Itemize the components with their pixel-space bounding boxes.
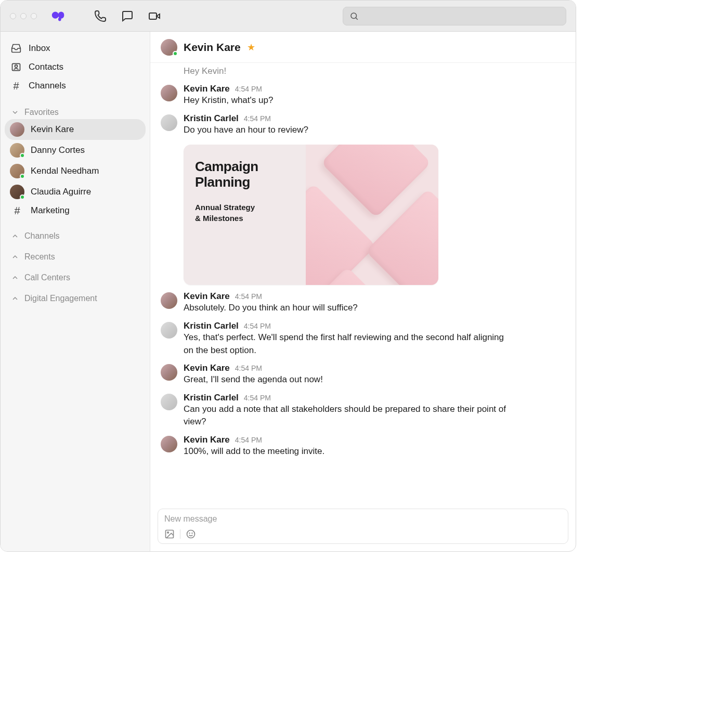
section-recents[interactable]: Recents <box>5 247 146 264</box>
avatar <box>10 143 24 158</box>
nav-label: Inbox <box>29 43 50 54</box>
favorite-label: Kevin Kare <box>31 124 74 135</box>
traffic-zoom[interactable] <box>31 13 37 19</box>
emoji-icon[interactable] <box>186 529 196 539</box>
message-sender: Kristin Carlel <box>184 321 239 331</box>
window-controls <box>10 13 37 19</box>
composer-tools <box>164 529 562 539</box>
section-digital-engagement[interactable]: Digital Engagement <box>5 289 146 305</box>
chevron-up-icon <box>11 274 19 282</box>
app-window: Inbox Contacts # Channels Favorites Kevi… <box>0 0 576 552</box>
message-composer[interactable] <box>158 509 568 544</box>
attachment-graphic <box>306 145 438 285</box>
message-time: 4:54 PM <box>244 322 271 330</box>
message-sender: Kevin Kare <box>184 84 230 94</box>
svg-point-8 <box>167 532 169 534</box>
presence-indicator <box>20 153 25 158</box>
inbox-icon <box>11 43 21 54</box>
image-icon[interactable] <box>164 529 175 539</box>
message-time: 4:54 PM <box>235 364 262 372</box>
traffic-close[interactable] <box>10 13 16 19</box>
conversation-pane: Kevin Kare ★ Hey Kevin! Kevin Kare4:54 P… <box>150 32 576 551</box>
message-sender: Kristin Carlel <box>184 113 239 124</box>
phone-icon[interactable] <box>94 10 107 22</box>
avatar <box>161 364 177 381</box>
star-icon[interactable]: ★ <box>247 42 255 53</box>
favorite-danny-cortes[interactable]: Danny Cortes <box>5 140 146 161</box>
search-input[interactable] <box>343 7 566 25</box>
app-logo <box>50 8 66 24</box>
favorite-label: Kendal Needham <box>31 166 99 176</box>
top-actions <box>94 10 161 22</box>
video-icon[interactable] <box>148 10 161 22</box>
traffic-minimize[interactable] <box>20 13 27 19</box>
hash-icon: # <box>10 205 24 216</box>
chevron-up-icon <box>11 232 19 240</box>
section-label: Favorites <box>24 108 59 117</box>
sidebar: Inbox Contacts # Channels Favorites Kevi… <box>1 32 150 551</box>
contacts-icon <box>11 62 21 72</box>
svg-point-4 <box>351 13 357 19</box>
message-sender: Kevin Kare <box>184 291 230 302</box>
nav-label: Contacts <box>29 62 63 72</box>
message-time: 4:54 PM <box>244 114 271 123</box>
search-icon <box>349 11 359 21</box>
svg-rect-1 <box>58 11 64 18</box>
chat-icon[interactable] <box>121 10 134 22</box>
avatar <box>161 436 177 452</box>
truncated-message: Hey Kevin! <box>184 66 562 80</box>
message-sender: Kristin Carlel <box>184 393 239 403</box>
message-text: Can you add a note that all stakeholders… <box>184 403 506 429</box>
favorite-kendal-needham[interactable]: Kendal Needham <box>5 161 146 181</box>
section-label: Recents <box>24 252 55 262</box>
section-label: Call Centers <box>24 273 70 282</box>
message-row: Kevin Kare4:54 PMAbsolutely. Do you thin… <box>161 287 562 317</box>
avatar <box>10 185 24 199</box>
conversation-title: Kevin Kare <box>184 41 241 54</box>
message-text: Hey Kristin, what's up? <box>184 94 273 107</box>
favorite-label: Marketing <box>31 205 70 216</box>
avatar <box>10 122 24 137</box>
message-list[interactable]: Hey Kevin! Kevin Kare4:54 PMHey Kristin,… <box>150 63 576 505</box>
nav-channels[interactable]: # Channels <box>5 76 146 95</box>
message-time: 4:54 PM <box>235 436 262 444</box>
svg-point-10 <box>189 533 190 534</box>
avatar <box>161 292 177 309</box>
svg-point-0 <box>52 11 59 18</box>
presence-indicator <box>173 51 178 56</box>
attachment-card[interactable]: CampaignPlanningAnnual Strategy& Milesto… <box>184 145 438 285</box>
chevron-down-icon <box>11 108 19 116</box>
composer-input[interactable] <box>164 514 562 524</box>
titlebar <box>1 1 576 32</box>
logo-icon <box>50 8 66 24</box>
favorite-kevin-kare[interactable]: Kevin Kare <box>5 119 146 140</box>
message-row: Kristin Carlel4:54 PMYes, that's perfect… <box>161 317 562 359</box>
section-label: Channels <box>24 231 60 241</box>
favorite-marketing[interactable]: # Marketing <box>5 202 146 219</box>
message-time: 4:54 PM <box>244 394 271 402</box>
section-label: Digital Engagement <box>24 294 97 303</box>
favorite-label: Claudia Aguirre <box>31 187 91 197</box>
chevron-up-icon <box>11 253 19 261</box>
section-favorites[interactable]: Favorites <box>5 102 146 119</box>
message-text: Great, I'll send the agenda out now! <box>184 373 323 386</box>
message-sender: Kevin Kare <box>184 363 230 373</box>
message-sender: Kevin Kare <box>184 435 230 445</box>
nav-contacts[interactable]: Contacts <box>5 58 146 76</box>
section-call-centers[interactable]: Call Centers <box>5 268 146 284</box>
svg-point-9 <box>187 530 195 538</box>
message-text: Absolutely. Do you think an hour will su… <box>184 302 358 315</box>
message-row: Kevin Kare4:54 PMGreat, I'll send the ag… <box>161 359 562 388</box>
avatar <box>161 39 177 56</box>
favorite-claudia-aguirre[interactable]: Claudia Aguirre <box>5 181 146 202</box>
app-body: Inbox Contacts # Channels Favorites Kevi… <box>1 32 576 551</box>
svg-rect-3 <box>149 13 157 19</box>
presence-indicator <box>20 174 25 179</box>
separator <box>180 529 180 539</box>
section-channels[interactable]: Channels <box>5 226 146 243</box>
avatar <box>161 394 177 410</box>
nav-inbox[interactable]: Inbox <box>5 39 146 58</box>
svg-point-11 <box>192 533 192 534</box>
conversation-header: Kevin Kare ★ <box>150 32 576 63</box>
message-text: Do you have an hour to review? <box>184 124 308 137</box>
